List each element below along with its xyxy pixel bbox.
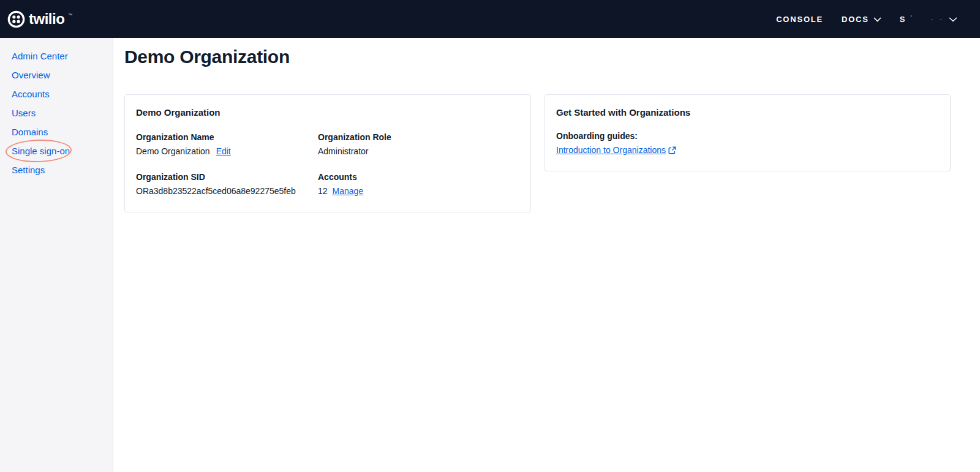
trademark: ™ [68,12,72,18]
organization-name-value: Demo Organization [136,146,210,156]
field-label: Accounts [318,172,519,182]
nav-docs-label: DOCS [842,15,869,24]
field-accounts: Accounts 12 Manage [318,172,519,196]
sidebar-item-label: Domains [12,127,48,137]
get-started-card-title: Get Started with Organizations [556,107,939,118]
sidebar-item-label: Admin Center [12,51,68,61]
sidebar-item-label: Settings [12,165,45,175]
field-organization-role: Organization Role Administrator [318,132,519,156]
edit-organization-name-link[interactable]: Edit [216,146,231,156]
nav-support-label: S [900,15,906,24]
sidebar-item-users[interactable]: Users [0,103,113,122]
onboarding-guides-label: Onboarding guides: [556,131,939,141]
field-organization-name: Organization Name Demo Organization Edit [136,132,318,156]
field-label: Organization Name [136,132,318,142]
field-organization-sid: Organization SID ORa3d8b23522acf5ced06a8… [136,172,318,196]
sidebar-item-label: Users [12,108,36,118]
organization-role-value: Administrator [318,146,368,156]
sidebar-item-domains[interactable]: Domains [0,122,113,141]
main-layout: Admin Center Overview Accounts Users Dom… [0,38,980,472]
twilio-logo-icon [7,10,25,28]
nav-console-link[interactable]: CONSOLE [776,15,823,24]
get-started-card: Get Started with Organizations Onboardin… [545,94,951,171]
page-title: Demo Organization [124,47,951,67]
sidebar: Admin Center Overview Accounts Users Dom… [0,38,113,472]
sidebar-item-label: Accounts [12,89,50,99]
app-window: twilio ™ CONSOLE DOCS S · · · [0,0,980,472]
organization-sid-value: ORa3d8b23522acf5ced06a8e92275e5feb [136,186,296,196]
cards-row: Demo Organization Organization Name Demo… [124,94,951,212]
top-navbar: twilio ™ CONSOLE DOCS S · · · [0,0,980,38]
sidebar-item-label: Overview [12,70,50,80]
sidebar-item-accounts[interactable]: Accounts [0,84,113,103]
twilio-logo[interactable]: twilio ™ [7,10,72,28]
chevron-down-icon [873,17,881,22]
sidebar-item-single-sign-on[interactable]: Single sign-on [0,141,113,160]
sidebar-item-admin-center[interactable]: Admin Center [0,47,113,66]
manage-accounts-link[interactable]: Manage [333,186,364,196]
nav-account-menu[interactable]: · · [931,15,957,23]
nav-console-label: CONSOLE [776,15,823,24]
nav-account-dots: · · [931,15,944,23]
sidebar-item-settings[interactable]: Settings [0,160,113,179]
nav-support-dot: · [910,14,912,19]
external-link-icon [668,146,676,154]
brand-wordmark: twilio [29,10,64,28]
accounts-count-value: 12 [318,186,328,196]
chevron-down-icon [949,17,957,22]
nav-docs-menu[interactable]: DOCS [842,15,881,24]
main-content: Demo Organization Demo Organization Orga… [113,38,980,472]
field-label: Organization Role [318,132,519,142]
organization-fields: Organization Name Demo Organization Edit… [136,132,519,196]
organization-card-title: Demo Organization [136,107,519,118]
sidebar-item-label: Single sign-on [12,146,70,156]
organization-card: Demo Organization Organization Name Demo… [124,94,531,212]
introduction-to-organizations-link[interactable]: Introduction to Organizations [556,145,666,155]
nav-support-menu[interactable]: S · [900,15,913,24]
sidebar-item-overview[interactable]: Overview [0,66,113,84]
field-label: Organization SID [136,172,318,182]
navbar-right: CONSOLE DOCS S · · · [776,15,957,24]
